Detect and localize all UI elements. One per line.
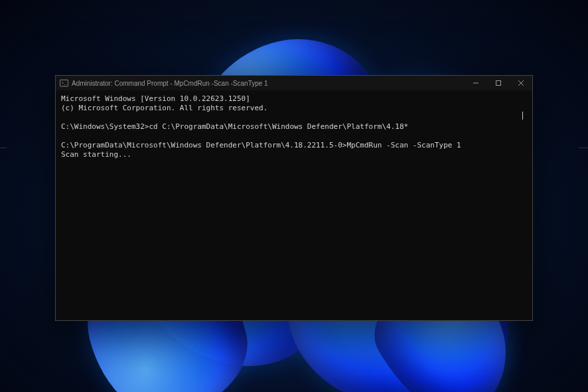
close-button[interactable] bbox=[510, 76, 532, 90]
minimize-button[interactable] bbox=[465, 76, 487, 90]
terminal-output[interactable]: Microsoft Windows [Version 10.0.22623.12… bbox=[56, 90, 532, 320]
command-prompt-window: >_ Administrator: Command Prompt - MpCmd… bbox=[55, 75, 533, 321]
terminal-line bbox=[61, 113, 527, 122]
terminal-line: Microsoft Windows [Version 10.0.22623.12… bbox=[61, 94, 527, 104]
svg-rect-3 bbox=[496, 81, 501, 86]
window-title: Administrator: Command Prompt - MpCmdRun… bbox=[72, 80, 268, 87]
terminal-line bbox=[61, 132, 527, 141]
terminal-line: C:\ProgramData\Microsoft\Windows Defende… bbox=[61, 141, 527, 150]
terminal-line: Scan starting... bbox=[61, 150, 527, 159]
terminal-line: C:\Windows\System32>cd C:\ProgramData\Mi… bbox=[61, 122, 527, 132]
cmd-icon: >_ bbox=[60, 79, 68, 87]
title-bar[interactable]: >_ Administrator: Command Prompt - MpCmd… bbox=[56, 76, 532, 90]
terminal-line: (c) Microsoft Corporation. All rights re… bbox=[61, 104, 527, 113]
maximize-button[interactable] bbox=[487, 76, 510, 90]
text-cursor bbox=[522, 112, 523, 120]
svg-text:>_: >_ bbox=[61, 80, 66, 85]
